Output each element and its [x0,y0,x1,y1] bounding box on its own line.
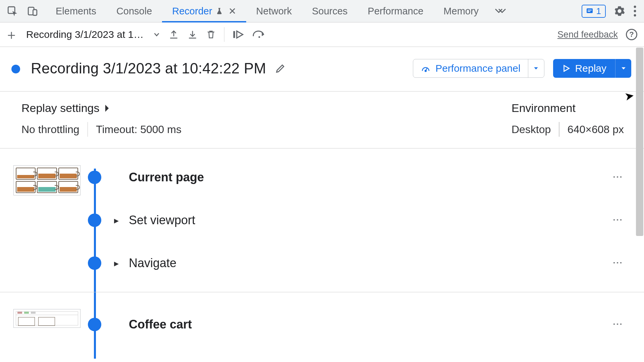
divider [224,27,224,42]
settings-row: Replay settings No throttling Timeout: 5… [0,92,644,148]
tab-overflow[interactable] [489,0,512,22]
divider [559,122,559,137]
replay-button[interactable]: Replay [553,59,631,78]
recording-status-dot [11,65,20,73]
svg-rect-2 [33,10,37,15]
environment-device: Desktop [512,123,551,136]
step-navigate[interactable]: ▸ Navigate ⋮ [0,251,644,275]
svg-point-7 [634,10,636,12]
devtools-tabstrip: Elements Console Recorder ✕ Network Sour… [0,0,644,22]
disclosure-right-icon[interactable]: ▸ [114,215,119,226]
import-icon[interactable] [187,29,198,40]
timeline-node [88,256,101,270]
help-icon[interactable]: ? [626,29,637,40]
timeline-node [88,214,101,227]
chevron-down-icon [153,31,160,38]
recording-selector-label: Recording 3/1/2023 at 10… [26,29,147,40]
step-current-page[interactable]: Current page ⋮ [0,165,644,189]
disclosure-right-icon [104,104,110,113]
play-icon [562,64,571,73]
tab-elements[interactable]: Elements [46,0,106,22]
svg-rect-5 [588,11,590,12]
svg-point-11 [425,70,426,72]
replay-dropdown[interactable] [615,59,631,78]
svg-point-10 [259,36,260,38]
close-tab-icon[interactable]: ✕ [228,6,236,17]
device-toolbar-icon[interactable] [27,5,38,17]
kebab-menu-icon[interactable] [633,5,637,17]
recording-selector[interactable]: Recording 3/1/2023 at 10… [26,29,160,40]
step-section: Current page ⋮ ▸ Set viewport ⋮ ▸ Naviga… [0,148,644,292]
performance-panel-button[interactable]: Performance panel [413,59,544,78]
timeline-node [88,171,101,184]
environment-heading: Environment [512,102,576,115]
scrollbar[interactable] [636,48,643,361]
new-recording-button[interactable]: ＋ [5,28,18,41]
tab-network[interactable]: Network [246,0,302,22]
step-menu-icon[interactable]: ⋮ [612,258,624,268]
timeout-value: Timeout: 5000 ms [96,123,181,136]
steps-timeline: Current page ⋮ ▸ Set viewport ⋮ ▸ Naviga… [0,148,644,359]
svg-rect-3 [587,8,593,13]
step-title: Coffee cart [129,317,192,331]
environment-viewport: 640×608 px [568,123,624,136]
step-menu-icon[interactable]: ⋮ [612,215,624,226]
tab-console[interactable]: Console [106,0,162,22]
tab-recorder[interactable]: Recorder ✕ [162,0,246,22]
experiment-icon [216,7,223,15]
step-section: Coffee cart ⋮ [0,292,644,359]
performance-panel-dropdown[interactable] [528,59,544,77]
recorder-toolbar: ＋ Recording 3/1/2023 at 10… Send feedbac… [0,22,644,47]
edit-title-icon[interactable] [275,63,286,74]
divider [88,122,88,137]
settings-icon[interactable] [614,5,625,17]
step-title: Current page [129,170,204,184]
tab-sources[interactable]: Sources [302,0,358,22]
step-menu-icon[interactable]: ⋮ [612,319,624,330]
issues-badge[interactable]: 1 [582,5,606,18]
delete-icon[interactable] [206,29,216,40]
tab-memory[interactable]: Memory [433,0,489,22]
timeline-node [88,318,101,331]
replay-label: Replay [575,63,606,74]
step-over-icon[interactable] [253,30,266,39]
issues-count: 1 [596,6,601,16]
step-menu-icon[interactable]: ⋮ [612,172,624,183]
svg-point-8 [634,14,636,16]
replay-settings-toggle[interactable]: Replay settings [21,102,181,115]
recording-header: Recording 3/1/2023 at 10:42:22 PM Perfor… [0,47,644,92]
step-title: Navigate [129,256,176,270]
tab-performance[interactable]: Performance [358,0,433,22]
step-coffee-cart[interactable]: Coffee cart ⋮ [0,312,644,337]
throttling-value: No throttling [21,123,79,136]
step-title: Set viewport [129,213,195,227]
performance-panel-label: Performance panel [435,63,520,74]
step-replay-icon[interactable] [232,29,245,40]
send-feedback-link[interactable]: Send feedback [557,29,618,40]
svg-point-6 [634,6,636,8]
gauge-icon [421,63,431,73]
svg-rect-4 [588,10,592,10]
svg-rect-9 [233,31,235,38]
export-icon[interactable] [168,29,179,40]
inspect-element-icon[interactable] [7,5,18,17]
recording-title: Recording 3/1/2023 at 10:42:22 PM [31,60,266,77]
disclosure-right-icon[interactable]: ▸ [114,258,119,269]
step-set-viewport[interactable]: ▸ Set viewport ⋮ [0,208,644,232]
